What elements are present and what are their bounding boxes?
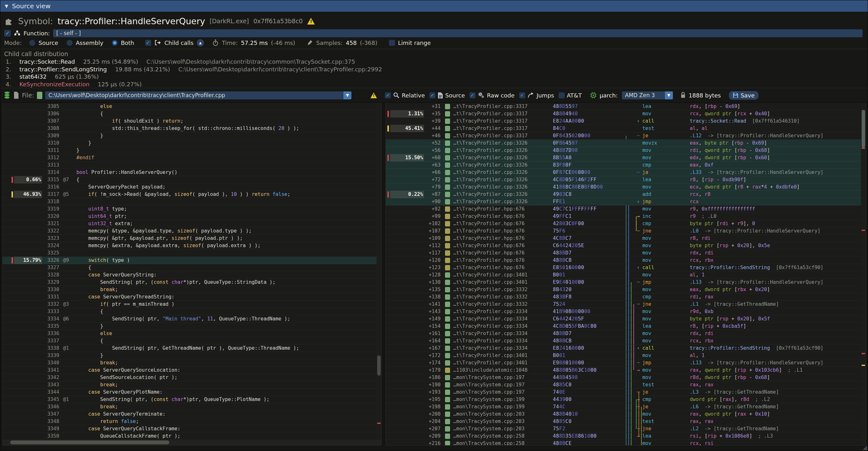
toggle-source[interactable]: ✓Source: [429, 92, 465, 99]
source-line[interactable]: 3337 {: [3, 337, 381, 344]
asm-source-location[interactable]: …t\TracyProfiler.cpp:3401: [453, 271, 527, 279]
asm-source-location[interactable]: …t\TracyProfiler.cpp:3326: [453, 176, 527, 183]
asm-source-location[interactable]: …t\TracyProfiler.cpp:3317: [453, 132, 527, 140]
asm-source-location[interactable]: …t\TracyProfiler.cpp:3332: [453, 293, 527, 301]
source-horizontal-scrollbar[interactable]: [3, 440, 381, 445]
asm-row[interactable]: +63…t\TracyProfiler.cpp:332683F80Fcmpeax…: [386, 161, 866, 169]
source-line[interactable]: 3321 uint32_t extra;: [3, 220, 381, 228]
asm-row[interactable]: +90…t\TracyProfiler.cpp:3326FFE1‹jmprcx: [386, 198, 866, 205]
asm-source-location[interactable]: …t\TracyProfiler.cpp:3326: [453, 191, 527, 198]
ccd-item[interactable]: 2.tracy::Profiler::SendLongString19.88 m…: [4, 66, 864, 73]
file-path-combo[interactable]: C:\Users\wolf\Desktop\darkrl\contrib\tra…: [45, 91, 351, 99]
asm-source-location[interactable]: …t\TracyProfiler.cpp:3334: [453, 315, 527, 323]
asm-row[interactable]: 0.22%+87…t\TracyProfiler.cpp:33264903C8a…: [386, 191, 866, 198]
source-line[interactable]: 3330 break;: [3, 286, 381, 293]
asm-source-location[interactable]: …t\TracyProfiler.cpp:3401: [453, 279, 527, 286]
asm-source-location[interactable]: …mon\TracySystem.cpp:197: [453, 374, 525, 381]
asm-row[interactable]: +99…t\TracyProfiler.hpp:67649FFC1→incr9 …: [386, 213, 866, 220]
asm-row[interactable]: +120…t\TracyProfiler.hpp:676488BCBmovrcx…: [386, 257, 866, 264]
resize-grip[interactable]: [863, 446, 867, 450]
asm-source-location[interactable]: …t\TracyProfiler.hpp:676: [453, 213, 525, 220]
source-line[interactable]: 3332@3 if( ptr == m_mainThread ): [3, 301, 381, 308]
source-line[interactable]: 0.66%3315@7{: [3, 176, 381, 183]
source-line[interactable]: 3345@1 SendString( ptr, (const char*)ptr…: [3, 396, 381, 403]
toggle-jumps[interactable]: ✓Jumps: [519, 92, 554, 99]
asm-source-location[interactable]: …mon\TracySystem.cpp:203: [453, 418, 525, 425]
child-calls-checkbox[interactable]: ✓: [145, 40, 151, 46]
checkbox[interactable]: ✓: [429, 92, 435, 98]
asm-row[interactable]: +204…mon\TracySystem.cpp:2034885C0testra…: [386, 418, 866, 425]
asm-source-location[interactable]: …t\TracyProfiler.hpp:676: [453, 264, 525, 271]
asm-source-location[interactable]: …t\TracyProfiler.hpp:676: [453, 235, 525, 242]
source-line[interactable]: 3350 QueueCallstackFrame( ptr );: [3, 432, 381, 440]
function-checkbox[interactable]: ✓: [4, 30, 11, 37]
ccd-item[interactable]: 1.tracy::Socket::Read25.25 ms (54.89%)C:…: [4, 58, 864, 66]
asm-source-location[interactable]: …mon\TracySystem.cpp:197: [453, 389, 525, 396]
source-line[interactable]: 3311}: [3, 147, 381, 154]
source-line[interactable]: 3334@6 SendString( ptr, "Main thread", 1…: [3, 315, 381, 323]
scrollbar-handle[interactable]: [377, 356, 381, 375]
asm-source-location[interactable]: …t\TracyProfiler.hpp:676: [453, 220, 525, 228]
source-line[interactable]: 3308 std::this_thread::sleep_for( std::c…: [3, 125, 381, 132]
source-line[interactable]: 3313: [3, 161, 381, 169]
source-line[interactable]: 3314bool Profiler::HandleServerQuery(): [3, 169, 381, 176]
asm-row[interactable]: +143…t\TracyProfiler.cpp:333441B90B00000…: [386, 308, 866, 315]
asm-row[interactable]: +107…t\TracyProfiler.hpp:67675F6─jne.L0 …: [386, 228, 866, 235]
source-line[interactable]: 3305 else: [3, 103, 381, 110]
asm-row[interactable]: +123…t\TracyProfiler.hpp:676E850160000‹c…: [386, 264, 866, 271]
source-line[interactable]: 3328 case ServerQueryString:: [3, 271, 381, 279]
mode-radio-both[interactable]: [112, 40, 118, 46]
source-line[interactable]: 3346 break;: [3, 403, 381, 411]
source-line[interactable]: 3348 return false;: [3, 418, 381, 425]
source-line[interactable]: 3318: [3, 198, 381, 205]
asm-row[interactable]: +174…t\TracyProfiler.cpp:3401E9B8010000─…: [386, 359, 866, 367]
asm-row[interactable]: 15.50%+60…t\TracyProfiler.cpp:33268B55A0…: [386, 154, 866, 161]
asm-row[interactable]: +92…t\TracyProfiler.hpp:67649C7C1FFFFFFF…: [386, 205, 866, 213]
checkbox[interactable]: ✓: [469, 92, 475, 98]
source-line[interactable]: 3325: [3, 249, 381, 257]
asm-source-location[interactable]: …mon\TracySystem.cpp:199: [453, 396, 525, 403]
source-line[interactable]: 3349 case ServerQueryCallstackFrame:: [3, 425, 381, 432]
source-line[interactable]: 3310 }: [3, 140, 381, 147]
asm-source-location[interactable]: …t\TracyProfiler.cpp:3326: [453, 198, 527, 205]
source-line[interactable]: 46.93%3317@5 if( !m_sock->Read( &payload…: [3, 191, 381, 198]
ccd-item[interactable]: 4.KeSynchronizeExecution125 μs (0.27%): [4, 81, 864, 88]
asm-source-location[interactable]: …t\TracyProfiler.hpp:676: [453, 249, 525, 257]
asm-source-location[interactable]: …t\TracyProfiler.cpp:3401: [453, 359, 527, 367]
asm-row[interactable]: +161…t\TracyProfiler.cpp:3334488BD7movrd…: [386, 330, 866, 337]
asm-source-location[interactable]: …t\TracyProfiler.cpp:3326: [453, 154, 527, 161]
source-line[interactable]: 3331 case ServerQueryThreadString:: [3, 293, 381, 301]
asm-row[interactable]: +200…mon\TracySystem.cpp:203488B4010movr…: [386, 411, 866, 418]
asm-row[interactable]: +179…1103\include\atomic:1048488B05B63C1…: [386, 367, 866, 374]
source-line[interactable]: 3324 memcpy( &extra, &payload.extra, siz…: [3, 242, 381, 249]
asm-row[interactable]: +209…mon\TracySystem.cpp:258488D35E88610…: [386, 432, 866, 440]
source-line[interactable]: 3342 SendSourceLocation( ptr );: [3, 374, 381, 381]
source-line[interactable]: 3333 {: [3, 308, 381, 315]
mode-radio-source[interactable]: [29, 40, 35, 46]
scrollbar-handle[interactable]: [10, 441, 169, 444]
asm-source-location[interactable]: …t\TracyProfiler.cpp:3326: [453, 147, 527, 154]
limit-range-checkbox[interactable]: ✓: [389, 40, 395, 46]
asm-row[interactable]: +112…t\TracyProfiler.hpp:676C64424205Emo…: [386, 242, 866, 249]
uarch-combo[interactable]: AMD Zen 3 ▼: [622, 91, 673, 99]
asm-source-location[interactable]: …t\TracyProfiler.cpp:3334: [453, 308, 527, 315]
asm-row[interactable]: 1.31%+35…t\TracyProfiler.cpp:3317488B494…: [386, 110, 866, 118]
asm-source-location[interactable]: …t\TracyProfiler.cpp:3317: [453, 125, 527, 132]
asm-source-location[interactable]: …t\TracyProfiler.cpp:3326: [453, 140, 527, 147]
asm-row[interactable]: +138…t\TracyProfiler.cpp:3332483BF8cmprd…: [386, 293, 866, 301]
asm-row[interactable]: +128…t\TracyProfiler.cpp:3401B001moval, …: [386, 271, 866, 279]
source-line[interactable]: 3309 }: [3, 132, 381, 140]
toggle-relative[interactable]: ✓Relative: [385, 92, 425, 99]
asm-source-location[interactable]: …mon\TracySystem.cpp:258: [453, 432, 525, 440]
asm-source-location[interactable]: …t\TracyProfiler.cpp:3334: [453, 323, 527, 330]
source-line[interactable]: 3341 case ServerQuerySourceLocation:: [3, 367, 381, 374]
scrollbar-handle[interactable]: [862, 110, 865, 147]
asm-source-location[interactable]: …t\TracyProfiler.cpp:3317: [453, 110, 527, 118]
asm-row[interactable]: +130…t\TracyProfiler.cpp:3401E9E4010000─…: [386, 279, 866, 286]
asm-source-location[interactable]: …t\TracyProfiler.cpp:3332: [453, 301, 527, 308]
source-line[interactable]: 15.79%3326@9 switch( type ): [3, 257, 381, 264]
asm-source-location[interactable]: …mon\TracySystem.cpp:203: [453, 411, 525, 418]
source-line[interactable]: 3323 memcpy( &ptr, &payload.ptr, sizeof(…: [3, 235, 381, 242]
source-line[interactable]: 3347 case ServerQueryTerminate:: [3, 411, 381, 418]
asm-row[interactable]: +167…t\TracyProfiler.cpp:3334E824160000‹…: [386, 344, 866, 352]
